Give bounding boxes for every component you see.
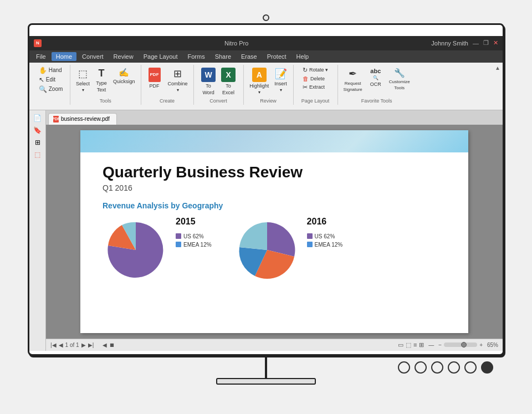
- view-single-btn[interactable]: ▭: [398, 341, 403, 349]
- to-word-btn[interactable]: W To Word: [199, 66, 218, 97]
- select-icon: ⬚: [78, 68, 88, 80]
- zoom-label: Zoom: [49, 86, 63, 92]
- zoom-out-btn[interactable]: −: [438, 342, 442, 348]
- quicksign-label: Quicksign: [113, 79, 135, 84]
- menu-forms[interactable]: Forms: [183, 52, 209, 61]
- combine-btn[interactable]: ⊞ Combine ▾: [166, 66, 190, 94]
- zoom-in-btn[interactable]: +: [479, 342, 483, 348]
- zoom-slider-thumb[interactable]: [461, 342, 467, 347]
- menu-page-layout[interactable]: Page Layout: [139, 52, 182, 61]
- hand-label: Hand: [49, 67, 62, 73]
- legend-label-emea-2016: EMEA 12%: [315, 242, 343, 248]
- combine-dropdown[interactable]: ▾: [177, 88, 179, 93]
- ribbon-collapse-btn[interactable]: ▲: [495, 65, 500, 71]
- view-grid-btn[interactable]: ⊞: [419, 341, 424, 349]
- pdf-tab[interactable]: PDF business-review.pdf: [48, 113, 117, 125]
- last-page-btn[interactable]: ▶|: [88, 342, 94, 348]
- prev-page-btn[interactable]: ◀: [59, 342, 63, 348]
- menu-share[interactable]: Share: [211, 52, 236, 61]
- ribbon-group-tools: ⬚ Select ▾ T Type Text ✍ Quicksign: [70, 65, 141, 105]
- view-scroll-btn[interactable]: ≡: [413, 341, 417, 348]
- delete-label: Delete: [310, 76, 325, 81]
- zoom-controls: ▭ ⬚ ≡ ⊞ — − + 65%: [398, 341, 498, 349]
- first-page-btn[interactable]: |◀: [50, 342, 57, 348]
- legend-color-us-2015: [176, 233, 181, 239]
- highlight-btn[interactable]: A Highlight ▾: [247, 66, 271, 96]
- tab-filename: business-review.pdf: [61, 116, 110, 122]
- sidebar-icon-pages[interactable]: 📄: [32, 113, 43, 124]
- ribbon-group-convert: W To Word X To Excel Co: [194, 65, 244, 105]
- convert-buttons: W To Word X To Excel: [199, 66, 238, 97]
- highlight-dropdown[interactable]: ▾: [258, 90, 260, 95]
- quicksign-btn[interactable]: ✍ Quicksign: [111, 66, 137, 86]
- legend-item-emea-2016: EMEA 12%: [307, 242, 343, 248]
- bottom-dots: [398, 361, 493, 374]
- edit-label: Edit: [46, 76, 55, 83]
- tools-group-label: Tools: [74, 97, 137, 105]
- menu-protect[interactable]: Protect: [263, 52, 291, 61]
- legend-label-us-2016: US 62%: [315, 233, 335, 239]
- insert-dropdown[interactable]: ▾: [280, 88, 282, 93]
- chart-2015-legend: US 62% EMEA 12%: [176, 231, 212, 248]
- play-btn[interactable]: ◀: [103, 342, 107, 348]
- type-label2: Text: [97, 87, 106, 93]
- to-excel-btn[interactable]: X To Excel: [219, 66, 238, 97]
- legend-color-emea-2016: [307, 242, 313, 247]
- menu-convert[interactable]: Convert: [78, 52, 108, 61]
- sidebar-icon-forms[interactable]: ⬚: [32, 149, 43, 160]
- forms-icon: ⬚: [34, 151, 40, 159]
- create-buttons: PDF PDF ⊞ Combine ▾: [145, 66, 190, 97]
- sidebar-icon-bookmarks[interactable]: 🔖: [32, 125, 43, 136]
- zoom-tool[interactable]: 🔍 Zoom: [38, 85, 64, 94]
- legend-item-us-2015: US 62%: [176, 233, 212, 239]
- select-label: Select: [76, 81, 90, 86]
- edit-tool[interactable]: ↖ Edit: [38, 75, 57, 84]
- extract-btn[interactable]: ✂ Extract: [301, 83, 326, 91]
- ocr-icon: abc: [370, 68, 381, 74]
- view-double-btn[interactable]: ⬚: [406, 341, 411, 349]
- type-icon: T: [99, 68, 105, 79]
- legend-item-us-2016: US 62%: [307, 233, 343, 239]
- menu-help[interactable]: Help: [292, 52, 314, 61]
- request-sig-btn[interactable]: ✒ Request Signature: [341, 66, 365, 94]
- ocr-icon2: 🔍: [373, 75, 378, 80]
- pie-chart-2015: [103, 217, 169, 283]
- insert-btn[interactable]: 📝 Insert ▾: [272, 66, 289, 94]
- restore-btn[interactable]: ❐: [483, 39, 489, 47]
- to-word-label2: Word: [202, 90, 214, 95]
- pdf-icon: PDF: [149, 68, 161, 82]
- rotate-btn[interactable]: ↻ Rotate ▾: [301, 66, 329, 74]
- dot-4: [448, 361, 460, 374]
- menu-review[interactable]: Review: [109, 52, 138, 61]
- monitor-base: [216, 378, 316, 385]
- layers-icon: ⊞: [35, 139, 40, 146]
- menu-home[interactable]: Home: [52, 52, 76, 61]
- sidebar-icon-layers[interactable]: ⊞: [32, 137, 43, 148]
- zoom-slider[interactable]: [444, 343, 477, 347]
- to-excel-label2: Excel: [222, 90, 234, 95]
- close-btn[interactable]: ✕: [493, 39, 498, 47]
- select-dropdown[interactable]: ▾: [82, 88, 84, 93]
- legend-color-us-2016: [307, 233, 313, 239]
- ocr-label: OCR: [370, 81, 381, 87]
- delete-btn[interactable]: 🗑 Delete: [301, 75, 326, 83]
- menu-file[interactable]: File: [32, 52, 50, 61]
- to-excel-label: To: [226, 83, 231, 89]
- chart-2016-info: 2016 US 62%: [307, 217, 343, 248]
- pdf-label: PDF: [150, 83, 160, 89]
- menu-erase[interactable]: Erase: [237, 52, 262, 61]
- next-page-btn[interactable]: ▶: [81, 342, 86, 348]
- stop-btn[interactable]: ⏹: [109, 342, 115, 348]
- type-text-btn[interactable]: T Type Text: [93, 66, 110, 94]
- pdf-tab-icon: PDF: [53, 116, 59, 122]
- ribbon-group-create: PDF PDF ⊞ Combine ▾ Create: [141, 65, 194, 105]
- hand-icon: ✋: [39, 67, 47, 74]
- pdf-btn[interactable]: PDF PDF: [145, 66, 165, 90]
- ribbon-groups: ✋ Hand ↖ Edit 🔍 Zoom: [32, 65, 500, 105]
- hand-tool[interactable]: ✋ Hand: [38, 66, 63, 75]
- select-btn[interactable]: ⬚ Select ▾: [74, 66, 92, 94]
- app-title: Nitro Pro: [42, 40, 431, 47]
- ocr-btn[interactable]: abc 🔍 OCR: [366, 66, 386, 89]
- customize-btn[interactable]: 🔧 Customize Tools: [387, 66, 412, 92]
- minimize-btn[interactable]: —: [473, 40, 479, 47]
